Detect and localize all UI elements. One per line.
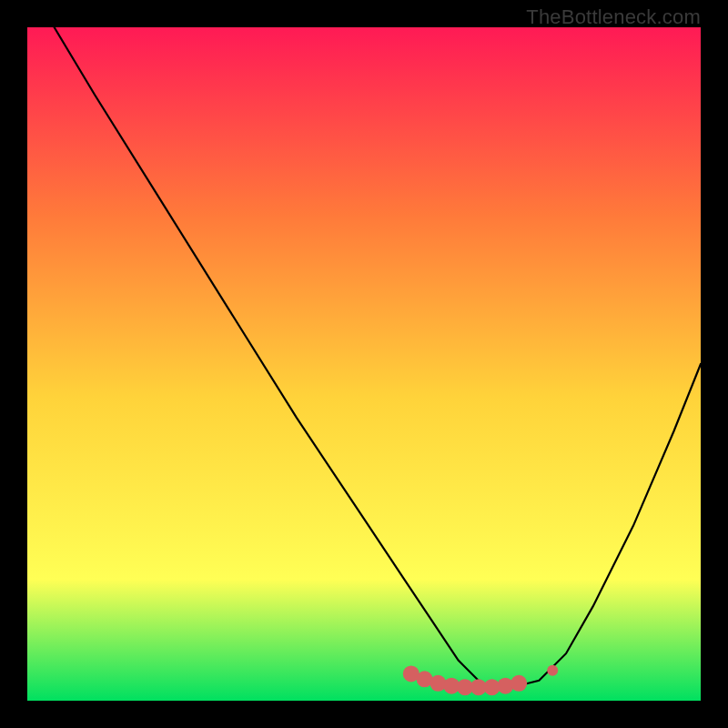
range-marker xyxy=(511,675,527,692)
chart-frame: TheBottleneck.com xyxy=(0,0,728,728)
plot-area xyxy=(27,27,701,701)
gradient-background xyxy=(27,27,701,701)
chart-svg xyxy=(27,27,701,701)
watermark-text: TheBottleneck.com xyxy=(526,5,701,29)
range-marker xyxy=(547,665,558,676)
